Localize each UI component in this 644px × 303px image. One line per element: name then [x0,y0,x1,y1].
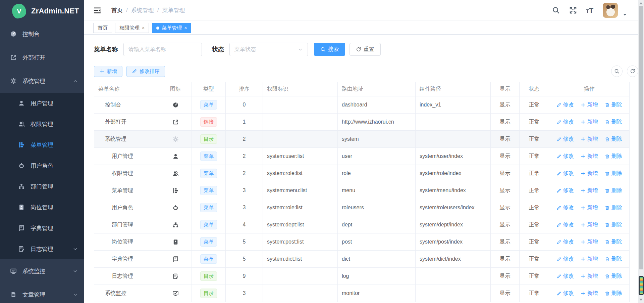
sidebar-item-用户角色[interactable]: 用户角色 [0,155,84,176]
action-删除[interactable]: 删除 [605,136,622,143]
sidebar-item-系统管理[interactable]: 系统管理 [0,69,84,93]
tab-首页[interactable]: 首页 [93,23,112,33]
tree-expand-right-icon[interactable] [98,291,103,296]
tree-expand-right-icon[interactable] [105,206,109,210]
action-新增[interactable]: 新增 [581,187,598,194]
fullscreen-icon[interactable] [569,6,577,14]
user-menu-caret-icon[interactable] [623,12,627,17]
sidebar-item-外部打开[interactable]: 外部打开 [0,46,84,69]
action-修改[interactable]: 修改 [556,153,574,160]
action-修改[interactable]: 修改 [556,256,574,263]
action-label: 删除 [611,153,622,160]
tree-expand-right-icon[interactable] [105,154,109,159]
breadcrumb-item[interactable]: 系统管理 [131,6,154,14]
action-删除[interactable]: 删除 [605,221,622,228]
reset-button[interactable]: 重置 [350,43,381,56]
refresh-table-button[interactable] [627,66,638,77]
search-icon[interactable] [552,6,560,14]
tree-expand-down-icon[interactable] [98,137,103,141]
menu-name-input[interactable]: 请输入菜单名称 [123,43,202,56]
action-删除[interactable]: 删除 [605,170,622,177]
table-row: 菜单管理菜单3system:menu:listmenusystem/menu/i… [94,182,632,199]
sidebar-item-控制台[interactable]: 控制台 [0,22,84,46]
action-修改[interactable]: 修改 [556,239,574,246]
tree-expand-right-icon[interactable] [105,274,109,278]
tree-expand-right-icon[interactable] [105,257,109,261]
action-新增[interactable]: 新增 [581,290,598,297]
action-新增[interactable]: 新增 [581,101,598,109]
action-删除[interactable]: 删除 [605,239,622,246]
action-新增[interactable]: 新增 [581,136,598,143]
cell-icon [159,285,192,302]
dept-tree-icon [18,183,25,190]
action-删除[interactable]: 删除 [605,290,622,297]
brand[interactable]: V ZrAdmin.NET [0,0,84,22]
reset-button-label: 重置 [364,46,374,53]
sidebar-item-日志管理[interactable]: 日志管理 [0,239,84,259]
action-修改[interactable]: 修改 [556,136,574,143]
action-新增[interactable]: 新增 [581,153,598,160]
modify-sort-button[interactable]: 修改排序 [126,66,165,77]
action-修改[interactable]: 修改 [556,204,574,211]
action-新增[interactable]: 新增 [581,119,598,126]
brand-title: ZrAdmin.NET [31,7,79,15]
action-修改[interactable]: 修改 [556,119,574,126]
sidebar-item-岗位管理[interactable]: 岗位管理 [0,197,84,218]
tab-权限管理[interactable]: 权限管理× [115,23,149,33]
action-修改[interactable]: 修改 [556,170,574,177]
breadcrumb-item[interactable]: 首页 [111,6,123,14]
action-新增[interactable]: 新增 [581,239,598,246]
sidebar-collapse-icon[interactable] [93,6,101,14]
add-button[interactable]: 新增 [94,66,122,77]
sidebar-item-菜单管理[interactable]: 菜单管理 [0,134,84,155]
scrollbar-extension-widget[interactable] [639,276,644,295]
sidebar-item-字典管理[interactable]: 字典管理 [0,218,84,239]
action-删除[interactable]: 删除 [605,153,622,160]
cell-icon [159,251,192,268]
avatar[interactable] [603,3,618,18]
action-修改[interactable]: 修改 [556,101,574,109]
sidebar-item-权限管理[interactable]: 权限管理 [0,114,84,134]
action-删除[interactable]: 删除 [605,101,622,109]
status-select[interactable]: 菜单状态 [229,43,308,56]
action-删除[interactable]: 删除 [605,119,622,126]
tree-expand-right-icon[interactable] [105,188,109,193]
action-新增[interactable]: 新增 [581,221,598,228]
action-新增[interactable]: 新增 [581,273,598,280]
tab-close-icon[interactable]: × [184,26,187,30]
action-删除[interactable]: 删除 [605,204,622,211]
action-修改[interactable]: 修改 [556,221,574,228]
tab-菜单管理[interactable]: 菜单管理× [152,23,191,33]
action-新增[interactable]: 新增 [581,256,598,263]
scrollbar-up-arrow-icon[interactable] [639,2,643,4]
tree-expand-right-icon[interactable] [105,171,109,176]
sidebar-item-部门管理[interactable]: 部门管理 [0,176,84,197]
action-label: 删除 [611,256,622,263]
cell-icon [159,131,192,148]
scrollbar-down-arrow-icon[interactable] [639,299,643,301]
tab-close-icon[interactable]: × [142,26,145,30]
action-删除[interactable]: 删除 [605,187,622,194]
action-删除[interactable]: 删除 [605,273,622,280]
action-删除[interactable]: 删除 [605,256,622,263]
sidebar-item-文章管理[interactable]: 文章管理 [0,283,84,303]
sidebar-item-用户管理[interactable]: 用户管理 [0,93,84,114]
show-search-button[interactable] [611,66,623,77]
user-icon [172,153,179,160]
page-scrollbar[interactable] [638,0,644,303]
table-row: 岗位管理菜单5system:post:listpostsystem/post/i… [94,233,632,251]
action-新增[interactable]: 新增 [581,204,598,211]
font-size-icon[interactable]: TT [586,7,593,14]
tree-expand-right-icon[interactable] [105,223,109,227]
breadcrumb-item[interactable]: 菜单管理 [162,6,185,14]
action-修改[interactable]: 修改 [556,290,574,297]
type-tag: 菜单 [200,254,217,264]
log-edit-icon [172,273,179,279]
scrollbar-thumb[interactable] [639,6,643,269]
action-新增[interactable]: 新增 [581,170,598,177]
tree-expand-right-icon[interactable] [105,240,109,244]
search-button[interactable]: 搜索 [314,43,345,56]
sidebar-item-系统监控[interactable]: 系统监控 [0,259,84,283]
action-修改[interactable]: 修改 [556,187,574,194]
action-修改[interactable]: 修改 [556,273,574,280]
